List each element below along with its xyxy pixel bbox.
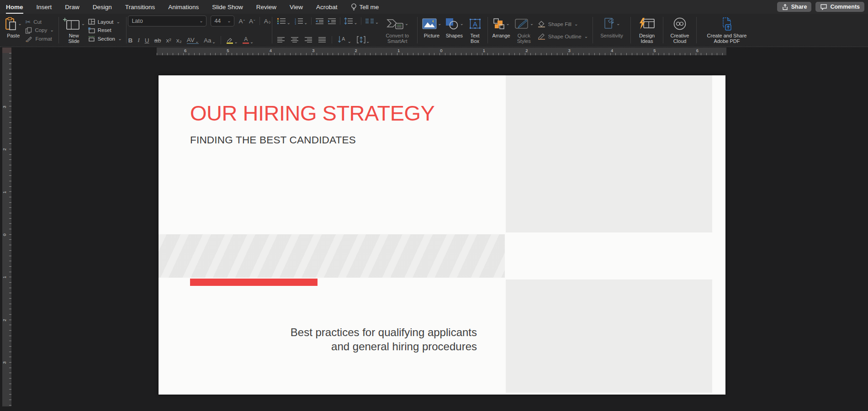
character-spacing-button[interactable]: AV [187,37,199,44]
arrange-chevron[interactable] [506,22,509,26]
underline-button[interactable]: U [145,37,149,44]
group-divider [663,17,663,43]
convert-smartart-button[interactable]: Convert to SmartArt [382,16,413,46]
shape-outline-button[interactable]: Shape Outline [538,32,588,40]
line-spacing-button[interactable] [344,17,357,25]
horizontal-ruler[interactable]: 6543210123456 [157,47,726,55]
change-case-button[interactable]: Aa [204,37,216,44]
ruler-number: 6 [184,48,186,53]
superscript-button[interactable]: x² [166,37,171,44]
menu-draw[interactable]: Draw [65,0,79,14]
layout-dropdown-chevron[interactable] [116,20,120,24]
slide-image-band[interactable] [159,234,505,278]
picture-button[interactable]: Picture [422,16,441,46]
align-left-icon [277,37,285,42]
arrange-button[interactable]: Arrange [492,16,510,46]
quick-styles-chevron[interactable] [530,22,534,26]
sensitivity-button[interactable]: Sensitivity [598,16,626,46]
increase-indent-button[interactable] [328,18,336,24]
text-highlight-button[interactable] [226,37,238,44]
menu-animations[interactable]: Animations [168,0,199,14]
new-slide-button[interactable]: New Slide [64,16,85,46]
ruler-number: 4 [270,48,272,53]
mini-divider [259,17,260,25]
bold-button[interactable]: B [128,37,132,44]
case-chevron [212,40,216,44]
slide-gray-panel-bottom-right[interactable] [506,279,712,393]
vertical-ruler[interactable]: 3210123 [2,47,11,406]
text-box-button[interactable]: A Text Box [467,16,483,46]
sensitivity-chevron[interactable] [616,22,620,26]
copy-button[interactable]: Copy [25,26,53,34]
font-size-select[interactable]: 44 [211,16,234,26]
line-spacing-icon [344,17,353,25]
slides-group: New Slide Layout Reset Section [60,14,125,47]
section-button[interactable]: Section [88,35,122,42]
align-left-button[interactable] [277,37,285,42]
clear-formatting-button[interactable]: A [264,18,270,25]
ribbon-home-tab: Paste Cut Copy Format [0,14,868,47]
menu-acrobat[interactable]: Acrobat [316,0,338,14]
font-group: Lato 44 A A A B I U ab x² x₂ AV Aa [128,14,270,47]
italic-button[interactable]: I [138,37,140,44]
bullets-button[interactable] [277,17,290,25]
shapes-chevron[interactable] [460,22,463,26]
justify-button[interactable] [318,37,326,42]
columns-button[interactable] [365,18,378,24]
design-ideas-button[interactable]: Design Ideas [635,16,658,46]
font-name-select[interactable]: Lato [128,16,206,26]
menu-transitions[interactable]: Transitions [125,0,155,14]
picture-icon [422,18,437,29]
section-dropdown-chevron[interactable] [118,37,122,41]
create-share-pdf-button[interactable]: Create and Share Adobe PDF [701,16,752,46]
menu-slide-show[interactable]: Slide Show [212,0,243,14]
slide-body-text[interactable]: Best practices for qualifying applicants… [291,325,477,353]
menu-home[interactable]: Home [6,0,23,14]
slide[interactable]: OUR HIRING STRATEGY FINDING THE BEST CAN… [159,75,725,395]
slide-subtitle[interactable]: FINDING THE BEST CANDIDATES [190,134,356,146]
strikethrough-button[interactable]: ab [154,37,161,44]
quick-styles-button[interactable]: Quick Styles [514,16,534,46]
slide-accent-bar[interactable] [190,279,318,286]
align-right-button[interactable] [304,37,312,42]
copy-dropdown-chevron[interactable] [50,28,53,32]
align-right-icon [304,37,312,42]
decrease-indent-button[interactable] [315,18,324,24]
reset-button[interactable]: Reset [88,26,122,34]
new-slide-dropdown-chevron[interactable] [81,22,85,26]
cut-button[interactable]: Cut [25,18,53,26]
slide-title[interactable]: OUR HIRING STRATEGY [190,101,434,125]
align-center-icon [291,37,299,42]
increase-font-size-button[interactable]: A [238,18,245,25]
align-text-button[interactable] [357,36,370,43]
text-direction-chevron [347,40,351,43]
font-color-button[interactable]: A [243,37,253,44]
picture-chevron[interactable] [438,22,441,26]
shape-fill-button[interactable]: Shape Fill [538,20,588,28]
menu-tell-me[interactable]: Tell me [351,3,379,11]
menu-insert[interactable]: Insert [37,0,52,14]
menu-view[interactable]: View [290,0,303,14]
text-direction-button[interactable]: A [338,36,351,43]
share-button[interactable]: Share [777,2,812,12]
paste-button[interactable]: Paste [5,16,21,46]
font-name-value: Lato [132,18,143,24]
slide-gray-panel-top-right[interactable] [506,75,712,232]
comments-button[interactable]: Comments [815,2,864,12]
drawing-group: Arrange Quick Styles Shape Fill Shape Ou… [489,14,591,47]
decrease-font-size-button[interactable]: A [249,18,255,25]
shapes-button[interactable]: Shapes [445,16,463,46]
menu-design[interactable]: Design [93,0,112,14]
line-spacing-chevron [354,21,357,25]
subscript-button[interactable]: x₂ [176,37,182,44]
cut-label: Cut [33,19,42,25]
format-painter-button[interactable]: Format [25,35,53,42]
layout-button[interactable]: Layout [88,18,122,26]
align-center-button[interactable] [291,37,299,42]
font-size-chevron [227,19,231,23]
creative-cloud-button[interactable]: Creative Cloud [668,16,692,46]
share-icon [782,4,789,11]
paste-dropdown-chevron[interactable] [18,22,21,26]
numbering-button[interactable]: 123 [294,17,307,25]
menu-review[interactable]: Review [256,0,276,14]
